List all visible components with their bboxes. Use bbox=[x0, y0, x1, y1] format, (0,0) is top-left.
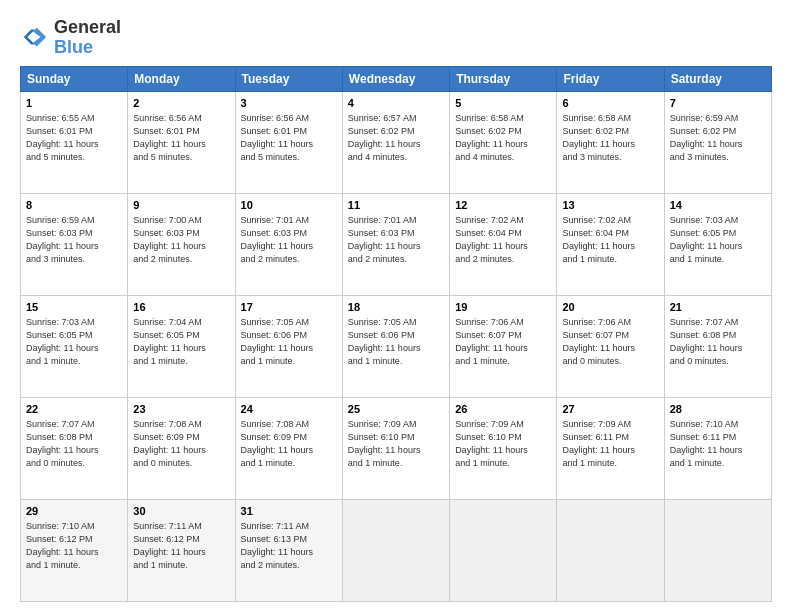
calendar-cell: 1Sunrise: 6:55 AMSunset: 6:01 PMDaylight… bbox=[21, 91, 128, 193]
day-number: 17 bbox=[241, 300, 337, 315]
day-info: Sunrise: 7:04 AMSunset: 6:05 PMDaylight:… bbox=[133, 316, 229, 368]
day-info: Sunrise: 7:09 AMSunset: 6:10 PMDaylight:… bbox=[348, 418, 444, 470]
day-info: Sunrise: 7:08 AMSunset: 6:09 PMDaylight:… bbox=[241, 418, 337, 470]
calendar-cell: 7Sunrise: 6:59 AMSunset: 6:02 PMDaylight… bbox=[664, 91, 771, 193]
logo-icon bbox=[20, 24, 48, 52]
day-number: 18 bbox=[348, 300, 444, 315]
calendar-cell: 20Sunrise: 7:06 AMSunset: 6:07 PMDayligh… bbox=[557, 295, 664, 397]
calendar-cell bbox=[557, 499, 664, 601]
day-info: Sunrise: 7:03 AMSunset: 6:05 PMDaylight:… bbox=[26, 316, 122, 368]
day-info: Sunrise: 6:56 AMSunset: 6:01 PMDaylight:… bbox=[241, 112, 337, 164]
day-info: Sunrise: 7:09 AMSunset: 6:10 PMDaylight:… bbox=[455, 418, 551, 470]
day-number: 20 bbox=[562, 300, 658, 315]
calendar-header-cell: Friday bbox=[557, 66, 664, 91]
calendar-cell: 30Sunrise: 7:11 AMSunset: 6:12 PMDayligh… bbox=[128, 499, 235, 601]
logo: General Blue bbox=[20, 18, 121, 58]
day-number: 28 bbox=[670, 402, 766, 417]
calendar-cell: 4Sunrise: 6:57 AMSunset: 6:02 PMDaylight… bbox=[342, 91, 449, 193]
day-info: Sunrise: 7:02 AMSunset: 6:04 PMDaylight:… bbox=[455, 214, 551, 266]
calendar-cell: 8Sunrise: 6:59 AMSunset: 6:03 PMDaylight… bbox=[21, 193, 128, 295]
calendar-header-cell: Thursday bbox=[450, 66, 557, 91]
calendar-cell: 16Sunrise: 7:04 AMSunset: 6:05 PMDayligh… bbox=[128, 295, 235, 397]
day-number: 7 bbox=[670, 96, 766, 111]
calendar-cell: 27Sunrise: 7:09 AMSunset: 6:11 PMDayligh… bbox=[557, 397, 664, 499]
calendar-cell: 15Sunrise: 7:03 AMSunset: 6:05 PMDayligh… bbox=[21, 295, 128, 397]
logo-text: General Blue bbox=[54, 18, 121, 58]
day-number: 11 bbox=[348, 198, 444, 213]
day-number: 25 bbox=[348, 402, 444, 417]
day-number: 6 bbox=[562, 96, 658, 111]
day-number: 23 bbox=[133, 402, 229, 417]
calendar-cell: 2Sunrise: 6:56 AMSunset: 6:01 PMDaylight… bbox=[128, 91, 235, 193]
page: General Blue SundayMondayTuesdayWednesda… bbox=[0, 0, 792, 612]
calendar-cell: 11Sunrise: 7:01 AMSunset: 6:03 PMDayligh… bbox=[342, 193, 449, 295]
day-number: 5 bbox=[455, 96, 551, 111]
calendar-cell bbox=[664, 499, 771, 601]
calendar-cell: 19Sunrise: 7:06 AMSunset: 6:07 PMDayligh… bbox=[450, 295, 557, 397]
day-info: Sunrise: 6:59 AMSunset: 6:02 PMDaylight:… bbox=[670, 112, 766, 164]
svg-marker-1 bbox=[24, 29, 35, 44]
day-info: Sunrise: 7:09 AMSunset: 6:11 PMDaylight:… bbox=[562, 418, 658, 470]
day-info: Sunrise: 7:00 AMSunset: 6:03 PMDaylight:… bbox=[133, 214, 229, 266]
day-number: 31 bbox=[241, 504, 337, 519]
day-info: Sunrise: 7:01 AMSunset: 6:03 PMDaylight:… bbox=[241, 214, 337, 266]
calendar-cell: 6Sunrise: 6:58 AMSunset: 6:02 PMDaylight… bbox=[557, 91, 664, 193]
calendar-cell: 21Sunrise: 7:07 AMSunset: 6:08 PMDayligh… bbox=[664, 295, 771, 397]
calendar-header-cell: Tuesday bbox=[235, 66, 342, 91]
day-info: Sunrise: 7:06 AMSunset: 6:07 PMDaylight:… bbox=[562, 316, 658, 368]
calendar-header-cell: Saturday bbox=[664, 66, 771, 91]
calendar-header-cell: Monday bbox=[128, 66, 235, 91]
day-number: 19 bbox=[455, 300, 551, 315]
day-info: Sunrise: 7:11 AMSunset: 6:12 PMDaylight:… bbox=[133, 520, 229, 572]
day-info: Sunrise: 7:06 AMSunset: 6:07 PMDaylight:… bbox=[455, 316, 551, 368]
day-number: 2 bbox=[133, 96, 229, 111]
day-number: 29 bbox=[26, 504, 122, 519]
day-info: Sunrise: 7:11 AMSunset: 6:13 PMDaylight:… bbox=[241, 520, 337, 572]
day-info: Sunrise: 7:05 AMSunset: 6:06 PMDaylight:… bbox=[241, 316, 337, 368]
calendar-cell: 18Sunrise: 7:05 AMSunset: 6:06 PMDayligh… bbox=[342, 295, 449, 397]
calendar-cell: 28Sunrise: 7:10 AMSunset: 6:11 PMDayligh… bbox=[664, 397, 771, 499]
day-number: 3 bbox=[241, 96, 337, 111]
calendar-cell: 23Sunrise: 7:08 AMSunset: 6:09 PMDayligh… bbox=[128, 397, 235, 499]
day-number: 9 bbox=[133, 198, 229, 213]
calendar-cell: 26Sunrise: 7:09 AMSunset: 6:10 PMDayligh… bbox=[450, 397, 557, 499]
day-number: 22 bbox=[26, 402, 122, 417]
day-info: Sunrise: 7:08 AMSunset: 6:09 PMDaylight:… bbox=[133, 418, 229, 470]
calendar-cell: 22Sunrise: 7:07 AMSunset: 6:08 PMDayligh… bbox=[21, 397, 128, 499]
day-info: Sunrise: 6:59 AMSunset: 6:03 PMDaylight:… bbox=[26, 214, 122, 266]
calendar-cell: 9Sunrise: 7:00 AMSunset: 6:03 PMDaylight… bbox=[128, 193, 235, 295]
calendar-week-row: 15Sunrise: 7:03 AMSunset: 6:05 PMDayligh… bbox=[21, 295, 772, 397]
calendar-cell: 25Sunrise: 7:09 AMSunset: 6:10 PMDayligh… bbox=[342, 397, 449, 499]
calendar-cell: 31Sunrise: 7:11 AMSunset: 6:13 PMDayligh… bbox=[235, 499, 342, 601]
day-number: 14 bbox=[670, 198, 766, 213]
day-number: 13 bbox=[562, 198, 658, 213]
calendar-week-row: 1Sunrise: 6:55 AMSunset: 6:01 PMDaylight… bbox=[21, 91, 772, 193]
calendar-cell bbox=[450, 499, 557, 601]
header: General Blue bbox=[20, 18, 772, 58]
day-number: 4 bbox=[348, 96, 444, 111]
calendar-cell: 13Sunrise: 7:02 AMSunset: 6:04 PMDayligh… bbox=[557, 193, 664, 295]
day-info: Sunrise: 7:03 AMSunset: 6:05 PMDaylight:… bbox=[670, 214, 766, 266]
calendar-cell: 5Sunrise: 6:58 AMSunset: 6:02 PMDaylight… bbox=[450, 91, 557, 193]
day-number: 1 bbox=[26, 96, 122, 111]
calendar-cell: 17Sunrise: 7:05 AMSunset: 6:06 PMDayligh… bbox=[235, 295, 342, 397]
calendar-week-row: 8Sunrise: 6:59 AMSunset: 6:03 PMDaylight… bbox=[21, 193, 772, 295]
day-info: Sunrise: 7:05 AMSunset: 6:06 PMDaylight:… bbox=[348, 316, 444, 368]
calendar-table: SundayMondayTuesdayWednesdayThursdayFrid… bbox=[20, 66, 772, 602]
calendar-cell: 24Sunrise: 7:08 AMSunset: 6:09 PMDayligh… bbox=[235, 397, 342, 499]
day-info: Sunrise: 7:01 AMSunset: 6:03 PMDaylight:… bbox=[348, 214, 444, 266]
calendar-cell: 3Sunrise: 6:56 AMSunset: 6:01 PMDaylight… bbox=[235, 91, 342, 193]
day-info: Sunrise: 6:56 AMSunset: 6:01 PMDaylight:… bbox=[133, 112, 229, 164]
day-number: 10 bbox=[241, 198, 337, 213]
calendar-cell: 12Sunrise: 7:02 AMSunset: 6:04 PMDayligh… bbox=[450, 193, 557, 295]
day-number: 8 bbox=[26, 198, 122, 213]
calendar-cell bbox=[342, 499, 449, 601]
svg-marker-0 bbox=[33, 28, 46, 47]
calendar-week-row: 22Sunrise: 7:07 AMSunset: 6:08 PMDayligh… bbox=[21, 397, 772, 499]
day-info: Sunrise: 6:55 AMSunset: 6:01 PMDaylight:… bbox=[26, 112, 122, 164]
day-number: 15 bbox=[26, 300, 122, 315]
calendar-week-row: 29Sunrise: 7:10 AMSunset: 6:12 PMDayligh… bbox=[21, 499, 772, 601]
calendar-cell: 10Sunrise: 7:01 AMSunset: 6:03 PMDayligh… bbox=[235, 193, 342, 295]
day-number: 21 bbox=[670, 300, 766, 315]
day-number: 27 bbox=[562, 402, 658, 417]
